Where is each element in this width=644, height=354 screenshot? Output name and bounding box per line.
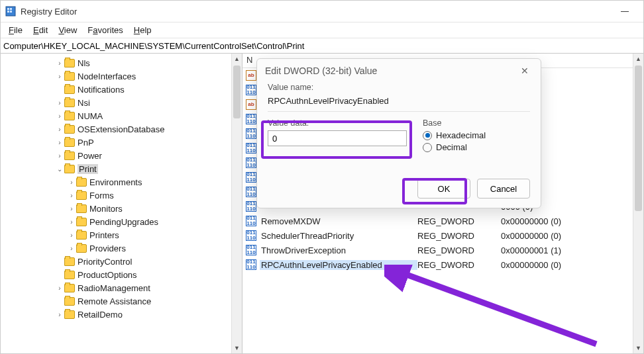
value-name: RPCAuthnLevelPrivacyEnabled [260,260,417,270]
list-scrollbar[interactable]: ▲ ▼ [633,54,643,353]
tree-item[interactable]: ›OSExtensionDatabase [1,122,242,136]
window-title: Registry Editor [21,7,77,17]
chevron-right-icon[interactable]: › [55,311,64,318]
scroll-up-icon[interactable]: ▲ [633,54,643,64]
menubar: File Edit View Favorites Help [1,22,643,38]
string-value-icon: ab [245,99,257,111]
chevron-right-icon[interactable]: › [67,192,76,199]
folder-icon [64,59,75,67]
tree-item-label: Printers [89,230,119,240]
scroll-up-icon[interactable]: ▲ [232,54,242,64]
value-name: SchedulerThreadPriority [260,231,417,241]
tree-item[interactable]: ›RetailDemo [1,308,242,321]
tree-item[interactable]: ›Forms [1,189,242,202]
chevron-down-icon[interactable]: ⌄ [55,165,64,173]
dialog-titlebar[interactable]: Edit DWORD (32-bit) Value ✕ [257,59,541,83]
scroll-thumb[interactable] [635,66,642,211]
tree-item-label: RetailDemo [78,310,123,320]
radio-hexadecimal[interactable]: Hexadecimal [423,130,530,140]
chevron-right-icon[interactable]: › [67,179,76,186]
tree-scrollbar[interactable]: ▲ ▼ [231,54,242,353]
value-row[interactable]: 011110RemoveMXDWREG_DWORD0x00000000 (0) [242,214,633,228]
cancel-button[interactable]: Cancel [477,179,530,199]
tree-item[interactable]: ›RadioManagement [1,281,242,294]
scroll-down-icon[interactable]: ▼ [633,343,643,353]
value-row[interactable]: 011110RPCAuthnLevelPrivacyEnabledREG_DWO… [242,257,633,272]
chevron-right-icon[interactable]: › [55,112,64,120]
value-row[interactable]: 011110ThrowDriverExceptionREG_DWORD0x000… [242,243,633,257]
scroll-down-icon[interactable]: ▼ [232,343,242,353]
radio-icon [423,131,432,140]
tree-item-label: OSExtensionDatabase [78,124,165,134]
tree-item[interactable]: ⌄Print [1,162,242,175]
value-type: REG_DWORD [417,216,501,226]
menu-file[interactable]: File [3,24,28,36]
chevron-right-icon[interactable]: › [55,139,64,146]
tree-item[interactable]: ›Nsi [1,96,242,109]
tree-item[interactable]: ›PendingUpgrades [1,215,242,228]
radio-decimal[interactable]: Decimal [423,142,530,152]
chevron-right-icon[interactable]: › [55,126,64,133]
menu-edit[interactable]: Edit [28,24,53,36]
value-data-label: Value data: [268,118,407,128]
menu-favorites[interactable]: Favorites [82,24,128,36]
string-value-icon: ab [245,69,257,81]
radio-icon [423,143,432,152]
value-row[interactable]: 011110SchedulerThreadPriorityREG_DWORD0x… [242,228,633,243]
tree-item[interactable]: ›NUMA [1,109,242,122]
folder-icon [64,310,75,319]
menu-view[interactable]: View [53,24,82,36]
tree-item[interactable]: ProductOptions [1,268,242,281]
chevron-right-icon[interactable]: › [67,232,76,239]
value-data: 0x00000000 (0) [501,231,633,241]
tree-item[interactable]: ›Nls [1,56,242,69]
menu-help[interactable]: Help [129,24,157,36]
titlebar[interactable]: Registry Editor — [1,1,643,22]
registry-tree[interactable]: ›Nls›NodeInterfacesNotifications›Nsi›NUM… [1,56,242,321]
address-bar[interactable]: Computer\HKEY_LOCAL_MACHINE\SYSTEM\Curre… [1,38,643,54]
dword-value-icon: 011110 [245,113,257,125]
tree-item[interactable]: PriorityControl [1,255,242,268]
folder-icon [64,72,75,81]
chevron-right-icon[interactable]: › [67,218,76,226]
value-data-input[interactable] [268,130,407,146]
tree-item[interactable]: ›Power [1,149,242,162]
tree-item-label: Notifications [78,85,125,95]
base-label: Base [423,118,530,128]
tree-item-label: NodeInterfaces [78,71,136,81]
chevron-right-icon[interactable]: › [55,60,64,67]
value-name: ThrowDriverException [260,245,417,255]
tree-item[interactable]: ›PnP [1,136,242,149]
chevron-right-icon[interactable]: › [55,285,64,292]
tree-item-label: PriorityControl [78,257,132,267]
folder-icon [76,204,87,213]
minimize-button[interactable]: — [610,1,639,22]
tree-item[interactable]: ›Environments [1,175,242,189]
scroll-thumb[interactable] [233,66,241,118]
app-icon [5,5,17,17]
folder-icon [64,99,75,107]
folder-icon [76,178,87,187]
close-icon[interactable]: ✕ [517,66,533,76]
chevron-right-icon[interactable]: › [55,99,64,107]
dword-value-icon: 011110 [245,244,257,256]
chevron-right-icon[interactable]: › [67,245,76,252]
tree-item[interactable]: ›Printers [1,228,242,242]
chevron-right-icon[interactable]: › [55,152,64,159]
folder-icon [76,231,87,240]
tree-item[interactable]: Notifications [1,83,242,96]
tree-item[interactable]: ›Monitors [1,202,242,215]
ok-button[interactable]: OK [417,179,470,199]
chevron-right-icon[interactable]: › [55,73,64,80]
tree-item[interactable]: ›Providers [1,242,242,255]
tree-item-label: Remote Assistance [78,296,151,306]
tree-item-label: Nsi [78,98,90,108]
folder-icon [64,125,75,134]
tree-item[interactable]: Remote Assistance [1,294,242,308]
folder-icon [64,112,75,120]
svg-rect-1 [7,8,9,10]
folder-icon [64,297,75,306]
chevron-right-icon[interactable]: › [67,205,76,212]
tree-item-label: Providers [89,243,126,253]
tree-item[interactable]: ›NodeInterfaces [1,69,242,83]
